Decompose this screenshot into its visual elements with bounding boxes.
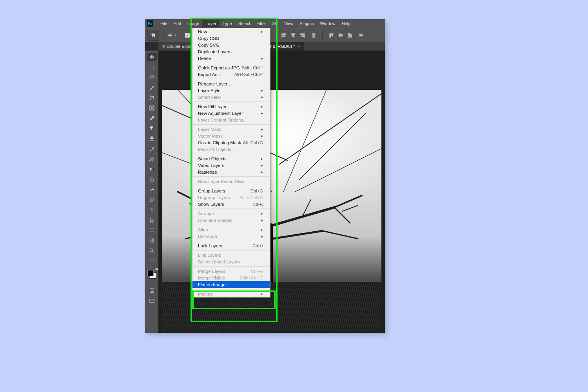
menu-item-group-layers[interactable]: Group LayersCtrl+G: [192, 187, 270, 194]
path-tool-icon[interactable]: [147, 216, 157, 224]
svg-rect-4: [292, 34, 295, 35]
type-tool-icon[interactable]: T: [147, 206, 157, 214]
menu-item-label: Combine Shapes: [198, 218, 232, 223]
submenu-arrow-icon: ▸: [261, 156, 263, 161]
menu-view[interactable]: View: [281, 20, 297, 27]
auto-select-checkbox[interactable]: ✓: [185, 33, 190, 38]
menu-item-video-layers[interactable]: Video Layers▸: [192, 162, 270, 169]
menu-item-ungroup-layers: Ungroup LayersShift+Ctrl+G: [192, 194, 270, 201]
pen-tool-icon[interactable]: [147, 196, 157, 203]
lasso-tool-icon[interactable]: [147, 73, 157, 81]
move-tool-icon[interactable]: [147, 53, 157, 61]
quick-mask-icon[interactable]: [147, 287, 157, 294]
healing-tool-icon[interactable]: [147, 124, 157, 132]
menu-item-copy-svg[interactable]: Copy SVG: [192, 42, 270, 48]
screen-mode-icon[interactable]: [147, 297, 157, 305]
menu-shortcut: Ctrl+E: [251, 269, 263, 274]
menu-layer[interactable]: Layer: [202, 20, 220, 27]
menu-item-export-as[interactable]: Export As...Alt+Shift+Ctrl+': [192, 71, 270, 78]
submenu-arrow-icon: ▸: [261, 211, 263, 216]
align-bottom-icon[interactable]: [346, 31, 354, 39]
menu-edit[interactable]: Edit: [171, 20, 184, 27]
menu-3d[interactable]: 3D: [269, 20, 281, 27]
menu-item-show-layers[interactable]: Show LayersCtrl+,: [192, 201, 270, 207]
menu-item-lock-layers[interactable]: Lock Layers...Ctrl+/: [192, 242, 270, 249]
zoom-tool-icon[interactable]: [147, 247, 157, 254]
menu-item-new[interactable]: New▸: [192, 28, 270, 35]
menu-item-label: Distribute: [198, 234, 217, 239]
align-right-icon[interactable]: [299, 31, 307, 39]
eyedropper-tool-icon[interactable]: [147, 114, 157, 122]
layer-menu-dropdown: New▸Copy CSSCopy SVGDuplicate Layers...D…: [192, 28, 270, 298]
gradient-tool-icon[interactable]: [147, 165, 157, 173]
distribute-v-icon[interactable]: [357, 31, 365, 39]
menu-item-label: Duplicate Layers...: [198, 49, 235, 54]
menu-item-label: Group Layers: [198, 189, 225, 193]
menu-help[interactable]: Help: [339, 20, 354, 27]
menu-filter[interactable]: Filter: [253, 20, 269, 27]
tab-close-icon[interactable]: ×: [297, 44, 299, 49]
menu-item-label: Layer Style: [198, 88, 221, 93]
align-vcenter-icon[interactable]: [337, 31, 345, 39]
align-top-icon[interactable]: [327, 31, 335, 39]
active-tool-icon[interactable]: [167, 33, 177, 38]
menu-item-create-clipping-mask[interactable]: Create Clipping MaskAlt+Ctrl+G: [192, 139, 270, 146]
menu-item-label: Rename Layer...: [198, 82, 231, 86]
dodge-tool-icon[interactable]: [147, 185, 157, 193]
wand-tool-icon[interactable]: [147, 83, 157, 91]
menu-item-rename-layer[interactable]: Rename Layer...: [192, 80, 270, 87]
hand-tool-icon[interactable]: [147, 236, 157, 244]
svg-rect-11: [313, 34, 314, 36]
svg-rect-25: [149, 168, 154, 170]
svg-line-45: [272, 207, 334, 225]
brush-tool-icon[interactable]: [147, 145, 157, 152]
distribute-h-icon[interactable]: [310, 31, 318, 39]
submenu-arrow-icon: ▸: [261, 234, 263, 238]
menu-window[interactable]: Window: [317, 20, 339, 27]
menu-item-new-fill-layer[interactable]: New Fill Layer▸: [192, 103, 270, 110]
menu-item-duplicate-layers[interactable]: Duplicate Layers...: [192, 48, 270, 55]
menu-image[interactable]: Image: [184, 20, 203, 27]
menu-file[interactable]: File: [157, 20, 171, 27]
menu-item-label: Quick Export as JPG: [198, 65, 240, 70]
more-align-icon[interactable]: ⋯: [375, 31, 383, 39]
menu-item-rasterize[interactable]: Rasterize▸: [192, 169, 270, 175]
align-left-icon[interactable]: [280, 31, 288, 39]
stamp-tool-icon[interactable]: [147, 134, 157, 142]
menu-shortcut: Ctrl+G: [250, 189, 263, 193]
foreground-color-swatch[interactable]: [147, 270, 154, 276]
eraser-tool-icon[interactable]: [147, 155, 157, 163]
menu-item-new-adjustment-layer[interactable]: New Adjustment Layer▸: [192, 110, 270, 116]
menu-select[interactable]: Select: [235, 20, 254, 27]
more-tool-icon[interactable]: [147, 257, 157, 265]
menu-item-label: New Adjustment Layer: [198, 111, 243, 116]
rect-tool-icon[interactable]: [147, 226, 157, 234]
menu-plugins[interactable]: Plugins: [296, 20, 317, 27]
menu-item-label: Create Clipping Mask: [198, 140, 241, 145]
menu-item-layer-style[interactable]: Layer Style▸: [192, 87, 270, 94]
svg-rect-16: [339, 34, 340, 37]
home-button[interactable]: [147, 30, 159, 41]
menu-item-label: Merge Layers: [198, 269, 225, 274]
svg-rect-5: [292, 36, 294, 37]
menu-item-smart-objects[interactable]: Smart Objects▸: [192, 155, 270, 162]
menu-type[interactable]: Type: [220, 20, 235, 27]
submenu-arrow-icon: ▸: [261, 104, 263, 109]
menu-item-quick-export-as-jpg[interactable]: Quick Export as JPGShift+Ctrl+': [192, 64, 270, 71]
menu-item-copy-css[interactable]: Copy CSS: [192, 35, 270, 42]
menu-item-delete[interactable]: Delete▸: [192, 55, 270, 62]
submenu-arrow-icon: ▸: [261, 111, 263, 115]
menu-item-flatten-image[interactable]: Flatten Image: [192, 281, 270, 288]
marquee-tool-icon[interactable]: [147, 63, 157, 71]
svg-rect-2: [283, 36, 285, 37]
svg-point-28: [150, 249, 153, 252]
submenu-arrow-icon: ▸: [261, 218, 263, 222]
menu-item-label: Arrange: [198, 211, 214, 216]
swap-colors-icon[interactable]: ⇄: [155, 267, 158, 271]
color-swatches[interactable]: ⇄: [147, 270, 156, 279]
frame-tool-icon[interactable]: [147, 104, 157, 112]
crop-tool-icon[interactable]: [147, 94, 157, 102]
align-hcenter-icon[interactable]: [289, 31, 297, 39]
svg-point-30: [150, 260, 151, 261]
blur-tool-icon[interactable]: [147, 175, 157, 183]
